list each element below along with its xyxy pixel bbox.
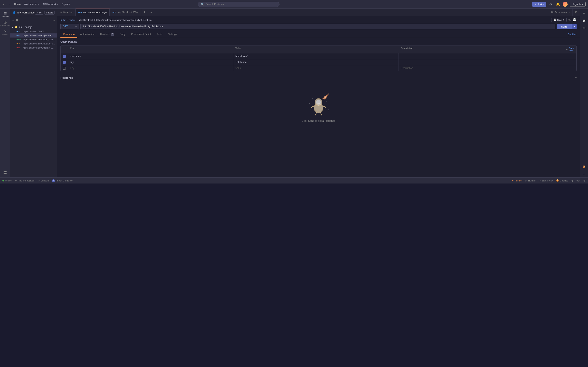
environment-selector[interactable]: No Environment ▾ — [549, 8, 572, 16]
bulk-edit-label[interactable]: Bulk Edit — [569, 47, 574, 52]
collections-tree: ▾ 📁 lab-6-nodejs GET http://localhost:30… — [10, 24, 57, 177]
tree-item-del-delete[interactable]: DEL http://localhost:3000/delete_u... — [10, 46, 57, 50]
collection-icon: ⊞ — [61, 18, 62, 21]
workspaces-menu[interactable]: Workspaces ▾ — [24, 3, 39, 6]
right-icon-layout[interactable]: ⊞ — [581, 10, 587, 17]
send-dropdown-button[interactable]: ▾ — [572, 24, 577, 29]
row3-description-placeholder[interactable]: Description — [399, 65, 564, 71]
row3-checkbox-cell — [61, 65, 68, 71]
right-sidebar: ⊞ 💬 </> 🍪 ℹ — [580, 8, 588, 177]
tab-body[interactable]: Body — [117, 31, 128, 38]
row1-value[interactable]: hhawksley0 — [233, 53, 399, 59]
console-icon: ⊡ — [38, 179, 40, 182]
home-link[interactable]: Home — [14, 3, 21, 6]
collections-panel: 👤 My Workspace New Import + ☰ ··· ▾ 📁 la… — [10, 8, 57, 177]
row2-key[interactable]: city — [68, 59, 233, 65]
row1-checkbox[interactable] — [63, 55, 66, 58]
row2-checkbox[interactable] — [63, 61, 66, 64]
settings-button[interactable]: ⚙ — [548, 1, 553, 7]
chevron-down-icon: ▾ — [12, 26, 13, 29]
save-button[interactable]: 💾 Save ▾ — [551, 18, 567, 22]
tab-tests[interactable]: Tests — [154, 31, 165, 38]
cookies-bottom-button[interactable]: 🍪 Cookies — [556, 179, 568, 182]
breadcrumb-collection-link[interactable]: ⊞ lab-6-nodejs — [61, 18, 76, 21]
tab-params[interactable]: Params — [61, 31, 77, 38]
sidebar-item-history[interactable]: History — [1, 28, 9, 36]
response-empty-message: Click Send to get a response — [302, 119, 336, 122]
method-selector[interactable]: GET ▾ — [61, 24, 79, 29]
new-button[interactable]: New — [35, 11, 43, 15]
tab-more-button[interactable]: ··· — [148, 11, 154, 14]
tab-headers[interactable]: Headers 6 — [97, 31, 117, 38]
upgrade-button[interactable]: Upgrade ▾ — [570, 2, 586, 7]
row2-value[interactable]: Eskilstuna — [233, 59, 399, 65]
response-header[interactable]: Response ▾ — [61, 76, 577, 79]
right-icon-code[interactable]: </> — [581, 25, 587, 31]
tabs-bar: ⊞ Overview GET http://localhost:3000/ge … — [57, 8, 580, 16]
invite-button[interactable]: ✦ Invite — [532, 2, 546, 7]
cookies-link[interactable]: Cookies — [568, 33, 577, 36]
back-button[interactable]: ‹ — [2, 2, 5, 7]
svg-point-12 — [309, 103, 310, 104]
tree-item-get-root[interactable]: GET http://localhost:3000/ — [10, 29, 57, 33]
search-bar[interactable]: 🔍 Search Postman — [198, 2, 279, 7]
explore-link[interactable]: Explore — [62, 3, 70, 6]
notifications-button[interactable]: 🔔 — [555, 1, 561, 7]
forward-button[interactable]: › — [8, 2, 11, 7]
tab-overview[interactable]: ⊞ Overview — [57, 8, 76, 16]
runner-button[interactable]: ▷ Runner — [526, 179, 536, 182]
row2-description[interactable] — [399, 59, 564, 65]
send-button[interactable]: Send — [557, 24, 572, 29]
edit-button[interactable]: ✎ — [568, 18, 571, 22]
response-body: Click Send to get a response — [61, 79, 577, 134]
add-tab-button[interactable]: + — [141, 10, 148, 15]
sidebar-icon-rail: Collections Environments History — [0, 8, 10, 177]
url-input[interactable] — [80, 24, 555, 29]
save-icon: 💾 — [553, 18, 556, 21]
right-icon-cookie[interactable]: 🍪 — [581, 164, 587, 170]
query-params-section: Query Params Key Value Description ··· B… — [57, 38, 580, 74]
tree-item-put-update[interactable]: PUT http://localhost:3000/update_u... — [10, 42, 57, 46]
tab-pre-request-script[interactable]: Pre-request Script — [128, 31, 154, 38]
add-collection-button[interactable]: + — [12, 18, 14, 22]
row1-description[interactable] — [399, 53, 564, 59]
row3-value-placeholder[interactable]: Value — [233, 65, 399, 71]
collections-more-button[interactable]: ··· — [52, 19, 55, 22]
tab-get-userinfo[interactable]: GET http://localhost:3000/ge — [76, 8, 110, 16]
theme-toggle[interactable]: ◑ — [584, 179, 586, 182]
import-button[interactable]: Import — [44, 11, 54, 15]
console-button[interactable]: ⊡ Console — [38, 179, 49, 182]
avatar[interactable] — [563, 2, 568, 7]
row1-key[interactable]: username — [68, 53, 233, 59]
api-network-menu[interactable]: API Network ▾ — [43, 3, 58, 6]
row3-checkbox[interactable] — [63, 67, 66, 69]
import-complete-notification[interactable]: 1 Import Complete — [52, 179, 72, 182]
collections-toolbar: + ☰ ··· — [10, 17, 57, 24]
start-proxy-button[interactable]: ⊙ Start Proxy — [539, 179, 553, 182]
svg-rect-5 — [5, 171, 6, 172]
comment-button[interactable]: 💬 — [572, 18, 577, 22]
sidebar-item-environments[interactable]: Environments — [1, 19, 9, 27]
postbot-icon: ✦ — [512, 179, 514, 182]
postbot-button[interactable]: ✦ Postbot — [512, 179, 522, 182]
online-status[interactable]: Online — [2, 179, 12, 182]
row3-key-placeholder[interactable]: Key — [68, 65, 233, 71]
tab-authorization[interactable]: Authorization — [77, 31, 97, 38]
panel-toggle-button[interactable]: ⊞ — [572, 8, 580, 16]
find-replace-button[interactable]: ⊞ Find and replace — [15, 179, 35, 182]
breadcrumb: ⊞ lab-6-nodejs / http://localhost:3000/g… — [61, 18, 577, 22]
tab-settings[interactable]: Settings — [165, 31, 180, 38]
svg-point-10 — [316, 100, 321, 105]
tree-item-get-userinfo[interactable]: GET http://localhost:3000/getUserI... — [10, 33, 57, 38]
trash-button[interactable]: 🗑 Trash — [571, 179, 580, 182]
filter-button[interactable]: ☰ — [16, 19, 18, 22]
sidebar-item-more[interactable] — [1, 169, 9, 177]
right-icon-comment[interactable]: 💬 — [581, 17, 587, 24]
sidebar-item-collections[interactable]: Collections — [1, 10, 9, 18]
tree-item-post-adduser[interactable]: POST http://localhost:3000/add_user... — [10, 38, 57, 42]
main-layout: Collections Environments History 👤 My Wo… — [0, 8, 588, 177]
collections-header: 👤 My Workspace New Import — [10, 8, 57, 17]
right-icon-info[interactable]: ℹ — [581, 171, 587, 177]
tab-get-root[interactable]: GET http://localhost:3000/ — [110, 8, 141, 16]
collection-folder[interactable]: ▾ 📁 lab-6-nodejs — [10, 25, 57, 29]
